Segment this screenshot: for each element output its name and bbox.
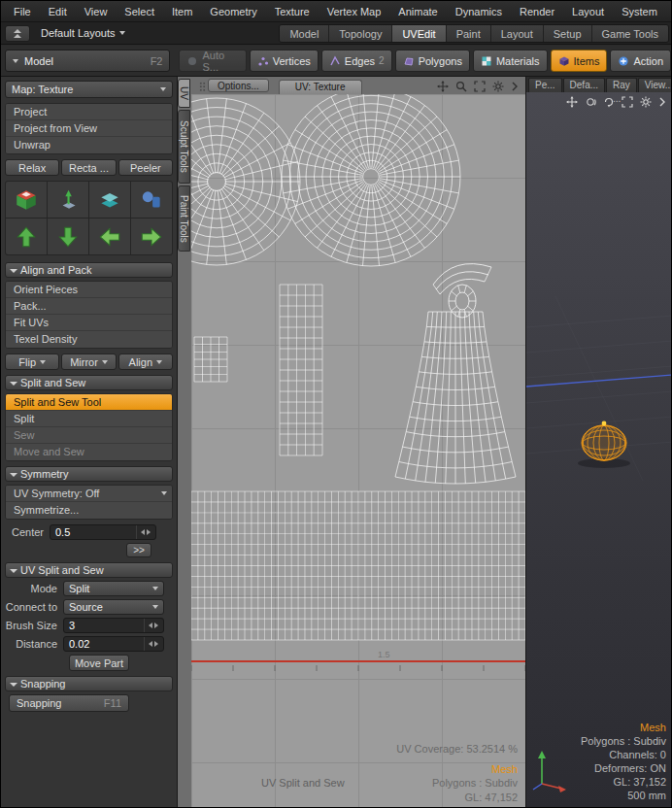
- drag-handle-icon[interactable]: [199, 82, 206, 92]
- mode-dropdown[interactable]: Split: [63, 581, 164, 596]
- projection-primitives-button[interactable]: [131, 182, 172, 218]
- symmetrize-command[interactable]: Symmetrize...: [6, 502, 172, 519]
- materials-mode-button[interactable]: Materials: [473, 50, 548, 72]
- options-button[interactable]: Options...: [208, 79, 269, 92]
- rectangle-button[interactable]: Recta ...: [61, 159, 116, 176]
- projection-cube-button[interactable]: [6, 182, 47, 218]
- projection-axis-button[interactable]: [48, 182, 88, 218]
- tab-perspective[interactable]: Pe...: [528, 78, 562, 92]
- distance-minislider[interactable]: [144, 637, 158, 651]
- flip-dropdown[interactable]: Flip: [5, 354, 59, 370]
- action-center-button[interactable]: Action: [610, 50, 671, 72]
- tab-model[interactable]: Model: [280, 25, 329, 42]
- uv-texture-tab[interactable]: UV: Texture: [279, 80, 362, 94]
- uv-map-selector[interactable]: Map: Texture: [5, 81, 173, 98]
- snapping-button[interactable]: Snapping F11: [9, 694, 129, 712]
- zoom-icon[interactable]: [455, 81, 467, 92]
- uv-symmetry-dropdown[interactable]: UV Symmetry: Off: [6, 486, 172, 502]
- tab-sculpt-tools[interactable]: Sculpt Tools: [178, 110, 190, 184]
- tab-setup[interactable]: Setup: [544, 25, 592, 42]
- items-mode-button[interactable]: Items: [551, 50, 608, 72]
- menu-item-render[interactable]: Render: [511, 1, 563, 22]
- tab-game-tools[interactable]: Game Tools: [592, 25, 669, 42]
- menu-item-select[interactable]: Select: [116, 1, 163, 22]
- symmetry-header[interactable]: Symmetry: [5, 466, 173, 482]
- brush-size-minislider[interactable]: [144, 619, 158, 632]
- connect-to-dropdown[interactable]: Source: [63, 599, 164, 615]
- uv-polygons-readout: Polygons : Subdiv: [432, 777, 518, 789]
- auto-select-button[interactable]: Auto S...: [179, 50, 246, 72]
- tab-view[interactable]: View...: [638, 78, 671, 92]
- move-part-button[interactable]: Move Part: [69, 655, 129, 671]
- menu-item-view[interactable]: View: [76, 1, 117, 22]
- menu-item-texture[interactable]: Texture: [266, 1, 319, 22]
- pan-icon[interactable]: [566, 96, 578, 108]
- unwrap-command[interactable]: Unwrap: [6, 137, 172, 153]
- split-command[interactable]: Split: [6, 411, 172, 427]
- menu-item-layout[interactable]: Layout: [563, 1, 613, 22]
- menu-item-file[interactable]: File: [5, 1, 40, 22]
- brush-size-input[interactable]: 3: [63, 618, 164, 633]
- default-layouts-dropdown[interactable]: Default Layouts: [33, 27, 133, 39]
- align-and-pack-header[interactable]: Align and Pack: [5, 262, 173, 278]
- peeler-button[interactable]: Peeler: [118, 159, 173, 176]
- menu-item-animate[interactable]: Animate: [389, 1, 446, 22]
- vertices-mode-button[interactable]: Vertices: [250, 50, 319, 72]
- texel-density-command[interactable]: Texel Density: [6, 331, 172, 348]
- tab-paint-tools[interactable]: Paint Tools: [178, 185, 190, 252]
- menu-item-system[interactable]: System: [613, 1, 666, 22]
- pack-right-button[interactable]: [131, 219, 172, 254]
- rotate-icon[interactable]: [603, 96, 615, 108]
- distance-input[interactable]: 0.02: [63, 636, 164, 652]
- polygons-mode-button[interactable]: Polygons: [395, 50, 470, 72]
- gear-icon[interactable]: [640, 96, 652, 108]
- relax-button[interactable]: Relax: [5, 159, 59, 176]
- gear-icon[interactable]: [492, 81, 504, 92]
- tab-uv[interactable]: UV: [178, 79, 190, 108]
- maximize-icon[interactable]: [622, 96, 633, 108]
- pan-icon[interactable]: [437, 81, 449, 92]
- edges-mode-button[interactable]: Edges 2: [321, 50, 392, 72]
- center-input[interactable]: 0.5: [50, 524, 156, 540]
- menu-item-vertex-map[interactable]: Vertex Map: [319, 1, 390, 22]
- project-from-view-command[interactable]: Project from View: [6, 120, 172, 137]
- maximize-icon[interactable]: [474, 81, 486, 92]
- center-minislider[interactable]: [136, 525, 151, 539]
- tab-default[interactable]: Defa...: [563, 78, 605, 92]
- menu-item-item[interactable]: Item: [163, 1, 201, 22]
- pack-up-button[interactable]: [6, 219, 47, 254]
- tab-layout[interactable]: Layout: [491, 25, 544, 42]
- expand-layouts-button[interactable]: [5, 25, 30, 42]
- tab-paint[interactable]: Paint: [447, 25, 491, 42]
- chevron-right-icon[interactable]: [511, 81, 519, 92]
- snapping-header[interactable]: Snapping: [5, 676, 173, 691]
- chevron-right-icon[interactable]: [658, 96, 666, 108]
- uv-canvas[interactable]: 1.5 UV Coverage: 53.2514 % Mesh UV Split…: [191, 94, 525, 807]
- tab-topology[interactable]: Topology: [329, 25, 392, 42]
- orient-pieces-command[interactable]: Orient Pieces: [6, 282, 172, 298]
- tool-preset-dropdown[interactable]: Model F2: [5, 50, 170, 72]
- menu-item-geometry[interactable]: Geometry: [201, 1, 265, 22]
- more-options-button[interactable]: >>: [126, 543, 151, 557]
- sew-command[interactable]: Sew: [6, 427, 172, 444]
- pack-left-button[interactable]: [89, 219, 130, 254]
- pack-down-button[interactable]: [48, 219, 88, 254]
- tab-raygl[interactable]: Ray ...: [606, 78, 637, 92]
- pack-command[interactable]: Pack...: [6, 298, 172, 315]
- perspective-viewport[interactable]: Pe... Defa... Ray ... View... Mesh Polyg…: [525, 77, 671, 807]
- split-and-sew-header[interactable]: Split and Sew: [5, 375, 173, 390]
- menu-item-edit[interactable]: Edit: [40, 1, 76, 22]
- move-and-sew-command[interactable]: Move and Sew: [6, 444, 172, 460]
- orbit-icon[interactable]: [585, 96, 596, 108]
- menu-item-dynamics[interactable]: Dynamics: [447, 1, 511, 22]
- fit-uvs-command[interactable]: Fit UVs: [6, 315, 172, 331]
- split-and-sew-tool-command[interactable]: Split and Sew Tool: [6, 394, 172, 411]
- projection-planes-button[interactable]: [89, 182, 130, 218]
- menu-item-help[interactable]: He: [666, 1, 671, 22]
- uv-viewport[interactable]: UV Sculpt Tools Paint Tools Options... U…: [178, 77, 525, 807]
- project-command[interactable]: Project: [6, 104, 172, 120]
- uv-split-and-sew-header[interactable]: UV Split and Sew: [5, 562, 173, 578]
- mirror-dropdown[interactable]: Mirror: [61, 354, 116, 370]
- align-dropdown[interactable]: Align: [118, 354, 173, 370]
- tab-uvedit[interactable]: UVEdit: [392, 25, 446, 42]
